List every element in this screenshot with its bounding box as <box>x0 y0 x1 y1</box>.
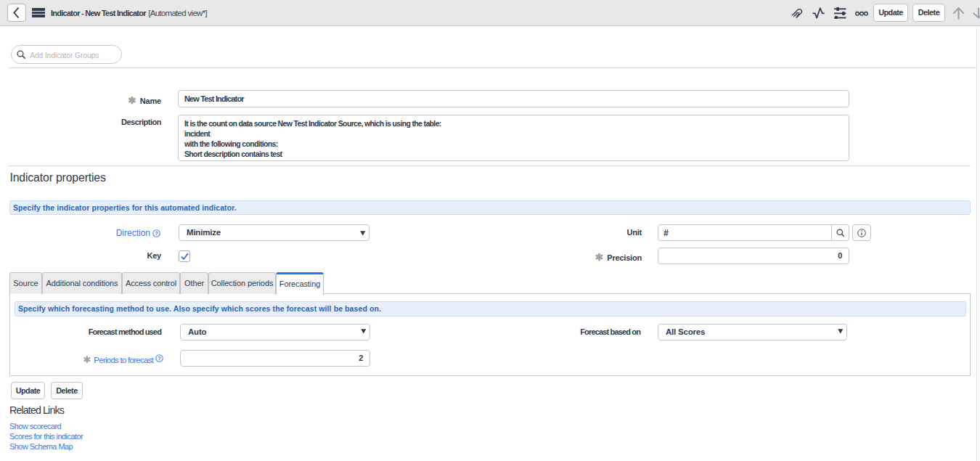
svg-text:?: ? <box>155 230 158 237</box>
svg-text:?: ? <box>158 355 161 362</box>
